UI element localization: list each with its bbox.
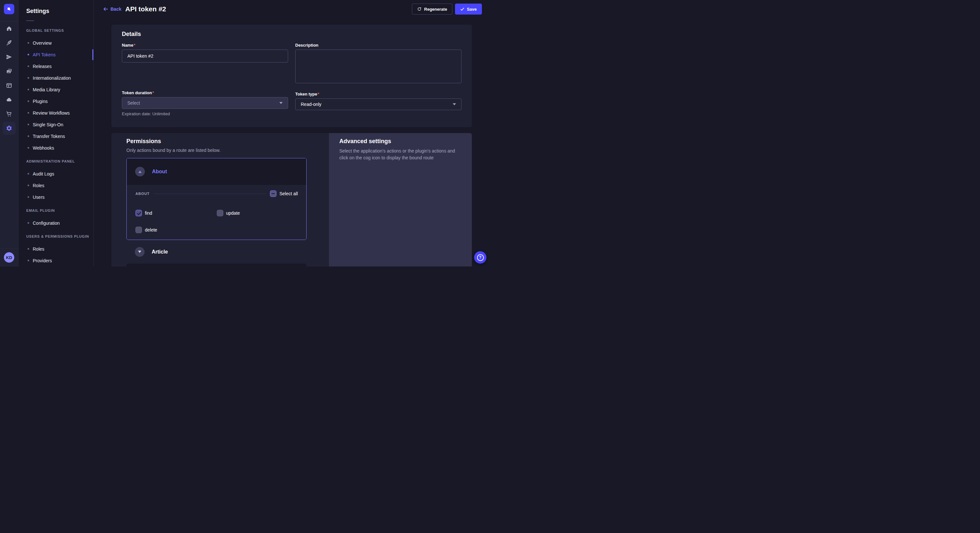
accordion-article-header[interactable]: Article xyxy=(126,240,307,263)
administration-panel-list: Audit Logs Roles Users xyxy=(19,168,93,203)
sidebar-item-media-library[interactable]: Media Library xyxy=(19,84,93,95)
sidebar-item-admin-roles[interactable]: Roles xyxy=(19,180,93,191)
expiration-hint: Expiration date: Unlimited xyxy=(122,111,288,116)
back-button[interactable]: Back xyxy=(103,6,121,12)
sidebar-item-audit-logs[interactable]: Audit Logs xyxy=(19,168,93,180)
about-section-label: ABOUT xyxy=(135,192,150,195)
section-label-email-plugin: EMAIL PLUGIN xyxy=(26,209,93,213)
sidebar-item-users[interactable]: Users xyxy=(19,191,93,203)
strapi-logo-icon xyxy=(6,6,12,12)
select-all-checkbox[interactable] xyxy=(270,190,277,197)
token-type-label: Token type* xyxy=(295,92,461,96)
permissions-subtitle: Only actions bound by a route are listed… xyxy=(126,148,329,153)
bullet xyxy=(27,248,29,250)
details-title: Details xyxy=(122,31,461,38)
settings-sidebar: Settings GLOBAL SETTINGS Overview API To… xyxy=(19,0,94,266)
accordion-next-partial[interactable] xyxy=(126,263,307,266)
name-input[interactable] xyxy=(122,49,288,62)
users-permissions-plugin-list: Roles Providers xyxy=(19,243,93,266)
sidebar-item-plugins[interactable]: Plugins xyxy=(19,95,93,107)
accordion-article-label: Article xyxy=(152,249,168,255)
page-title: API token #2 xyxy=(125,5,166,13)
avatar[interactable]: KD xyxy=(4,252,14,263)
accordion-about-header[interactable]: About xyxy=(127,159,306,185)
sidebar-item-releases[interactable]: Releases xyxy=(19,60,93,72)
sidebar-item-providers[interactable]: Providers xyxy=(19,255,93,266)
refresh-icon xyxy=(417,7,422,11)
gear-icon[interactable] xyxy=(3,122,16,135)
token-type-value: Read-only xyxy=(301,102,321,107)
permission-item-update: update xyxy=(217,209,298,217)
find-checkbox[interactable] xyxy=(135,210,142,216)
feather-icon[interactable] xyxy=(3,36,16,49)
token-duration-select[interactable]: Select xyxy=(122,97,288,109)
bullet xyxy=(27,54,29,56)
bullet xyxy=(27,173,29,174)
update-label: update xyxy=(226,211,240,216)
description-label: Description xyxy=(295,43,461,47)
advanced-settings-panel: Advanced settings Select the application… xyxy=(329,133,472,266)
collapse-toggle-button[interactable] xyxy=(135,167,145,176)
bullet xyxy=(27,112,29,114)
help-button[interactable]: ? xyxy=(474,251,487,263)
details-card: Details Name* Token duration* Select Exp… xyxy=(111,25,472,127)
sidebar-item-configuration[interactable]: Configuration xyxy=(19,217,93,229)
main-nav-rail: KD xyxy=(0,0,19,266)
sidebar-item-transfer-tokens[interactable]: Transfer Tokens xyxy=(19,130,93,142)
permissions-title: Permissions xyxy=(126,138,329,145)
regenerate-label: Regenerate xyxy=(424,7,447,12)
bullet xyxy=(27,222,29,224)
paper-plane-icon[interactable] xyxy=(3,51,16,63)
accordion-about: About ABOUT Select all find xyxy=(126,158,307,240)
section-label-global-settings: GLOBAL SETTINGS xyxy=(26,29,93,33)
sidebar-item-overview[interactable]: Overview xyxy=(19,37,93,49)
sidebar-item-single-sign-on[interactable]: Single Sign-On xyxy=(19,119,93,130)
sidebar-item-review-workflows[interactable]: Review Workflows xyxy=(19,107,93,119)
help-icon: ? xyxy=(477,254,484,261)
bullet xyxy=(27,260,29,261)
email-plugin-list: Configuration xyxy=(19,217,93,229)
accordion-about-label: About xyxy=(152,169,167,174)
token-duration-value: Select xyxy=(127,100,140,106)
regenerate-button[interactable]: Regenerate xyxy=(412,3,452,14)
cart-icon[interactable] xyxy=(3,108,16,121)
token-type-select[interactable]: Read-only xyxy=(295,98,461,110)
section-label-users-permissions-plugin: USERS & PERMISSIONS PLUGIN xyxy=(26,235,93,239)
advanced-settings-description: Select the application's actions or the … xyxy=(339,148,461,161)
required-asterisk: * xyxy=(152,90,154,95)
sidebar-item-internationalization[interactable]: Internationalization xyxy=(19,72,93,84)
layout-icon[interactable] xyxy=(3,79,16,92)
sidebar-item-api-tokens[interactable]: API Tokens xyxy=(19,49,93,60)
advanced-settings-title: Advanced settings xyxy=(339,138,461,145)
expand-toggle-button[interactable] xyxy=(135,247,145,257)
bullet xyxy=(27,65,29,67)
bullet xyxy=(27,135,29,137)
description-textarea[interactable] xyxy=(295,49,461,83)
name-label: Name* xyxy=(122,43,288,47)
chevron-down-icon xyxy=(453,103,456,105)
images-icon[interactable] xyxy=(3,65,16,78)
permissions-section: Permissions Only actions bound by a rout… xyxy=(111,133,329,266)
bullet xyxy=(27,185,29,186)
bullet xyxy=(27,100,29,102)
permission-item-find: find xyxy=(135,209,217,217)
sidebar-item-up-roles[interactable]: Roles xyxy=(19,243,93,255)
cloud-icon[interactable] xyxy=(3,93,16,106)
save-button[interactable]: Save xyxy=(455,3,482,14)
chevron-down-icon xyxy=(279,102,283,104)
home-icon[interactable] xyxy=(3,22,16,35)
update-checkbox[interactable] xyxy=(217,210,223,216)
page-header: Back API token #2 Regenerate Save xyxy=(94,0,490,18)
global-settings-list: Overview API Tokens Releases Internation… xyxy=(19,37,93,154)
sidebar-item-webhooks[interactable]: Webhooks xyxy=(19,142,93,154)
bullet xyxy=(27,196,29,198)
bullet xyxy=(27,89,29,90)
bullet xyxy=(27,147,29,149)
delete-checkbox[interactable] xyxy=(135,227,142,233)
chevron-down-icon xyxy=(138,251,141,253)
permissions-card: Permissions Only actions bound by a rout… xyxy=(111,133,472,266)
select-all-label: Select all xyxy=(279,191,298,196)
strapi-logo[interactable] xyxy=(4,4,14,14)
rail-divider-bottom xyxy=(0,248,18,249)
permission-item-delete: delete xyxy=(135,225,223,235)
